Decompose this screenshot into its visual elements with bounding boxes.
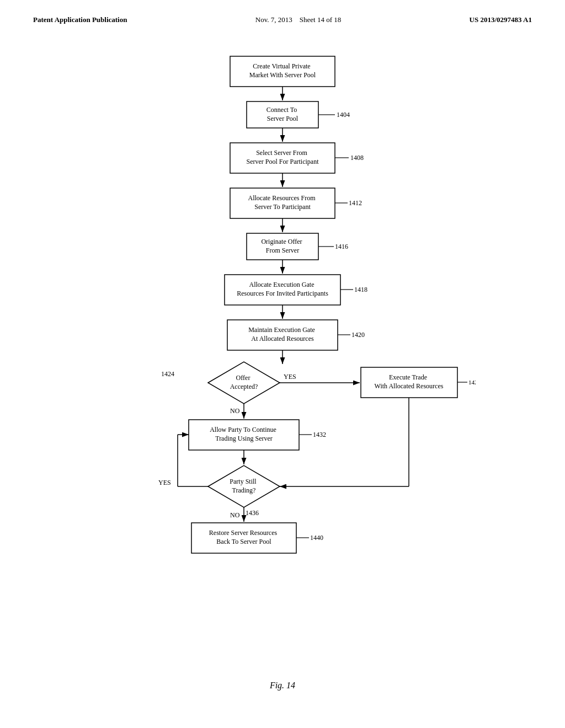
figure-caption-text: Fig. 14 bbox=[270, 681, 295, 690]
page: Patent Application Publication Nov. 7, 2… bbox=[0, 0, 565, 728]
ref-1436: 1436 bbox=[246, 509, 259, 517]
ref-1416: 1416 bbox=[335, 243, 348, 250]
header-date: Nov. 7, 2013 bbox=[255, 15, 292, 24]
header-sheet: Sheet 14 of 18 bbox=[300, 15, 341, 24]
ref-1432: 1432 bbox=[313, 431, 326, 438]
ref-1424: 1424 bbox=[161, 370, 174, 378]
flowchart-diagram: Create Virtual Private Market With Serve… bbox=[0, 30, 565, 675]
yes-loop-label: YES bbox=[158, 479, 171, 486]
yes-label: YES bbox=[284, 373, 296, 381]
ref-1408: 1408 bbox=[350, 154, 364, 162]
ref-1428: 1428 bbox=[468, 379, 476, 386]
flowchart-svg: Create Virtual Private Market With Serve… bbox=[89, 41, 476, 664]
no-label: NO bbox=[230, 407, 240, 415]
ref-1420: 1420 bbox=[351, 331, 365, 339]
ref-1412: 1412 bbox=[349, 199, 362, 207]
figure-caption: Fig. 14 bbox=[0, 681, 565, 707]
page-header: Patent Application Publication Nov. 7, 2… bbox=[0, 0, 565, 30]
no-label-2: NO bbox=[230, 511, 240, 519]
ref-1440: 1440 bbox=[310, 534, 323, 542]
header-center-text: Nov. 7, 2013 Sheet 14 of 18 bbox=[255, 15, 342, 24]
ref-1404: 1404 bbox=[337, 111, 350, 119]
header-left-text: Patent Application Publication bbox=[33, 15, 127, 24]
header-right-text: US 2013/0297483 A1 bbox=[470, 15, 532, 24]
ref-1418: 1418 bbox=[354, 286, 367, 293]
